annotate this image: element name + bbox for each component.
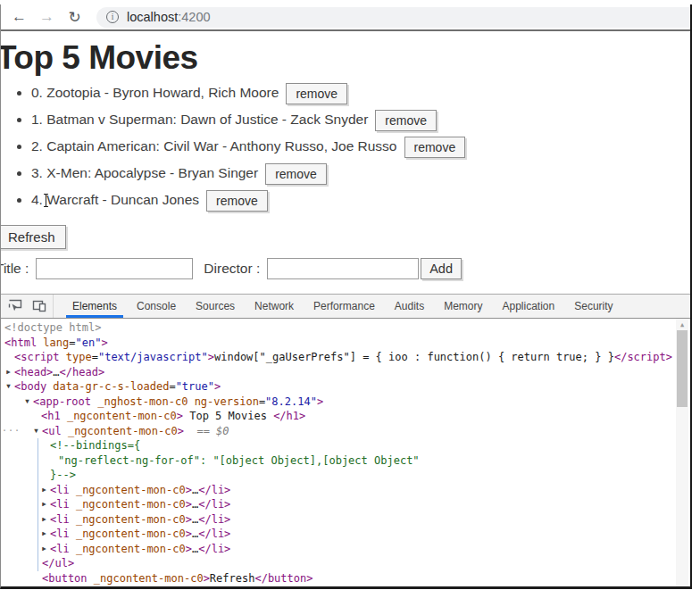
collapse-arrow-icon[interactable]: ▼: [4, 379, 13, 395]
movie-list: 0. Zootopia - Byron Howard, Rich Moorere…: [1, 80, 690, 214]
expand-arrow-icon[interactable]: ▶: [39, 497, 49, 512]
devtools-tree-row[interactable]: <script type="text/javascript">window["_…: [1, 350, 690, 365]
tab-performance[interactable]: Performance: [307, 295, 381, 318]
expand-arrow-icon[interactable]: ▶: [4, 365, 13, 380]
devtools-tree-row[interactable]: ▶<li _ngcontent-mon-c0>…</li>: [1, 497, 690, 512]
page-viewport: Top 5 Movies 0. Zootopia - Byron Howard,…: [1, 31, 690, 294]
tab-application[interactable]: Application: [496, 295, 562, 318]
devtools-tree-row[interactable]: ▶<li _ngcontent-mon-c0>…</li>: [1, 527, 690, 542]
devtools-tree-row[interactable]: "ng-reflect-ng-for-of": "[object Object]…: [1, 453, 690, 469]
remove-button[interactable]: remove: [375, 110, 437, 131]
devtools-panel: ElementsConsoleSourcesNetworkPerformance…: [1, 294, 690, 586]
refresh-button[interactable]: Refresh: [1, 225, 66, 249]
list-item: 0. Zootopia - Byron Howard, Rich Moorere…: [31, 80, 690, 107]
tab-memory[interactable]: Memory: [438, 295, 488, 318]
devtools-tree-row[interactable]: ▶<head>…</head>: [1, 365, 690, 380]
collapse-arrow-icon[interactable]: ▼: [22, 395, 32, 410]
director-field[interactable]: [267, 258, 419, 279]
device-toolbar-button[interactable]: [32, 299, 46, 313]
devtools-tree-row[interactable]: <!--bindings={: [1, 438, 690, 453]
devtools-tree-row[interactable]: ▼···<ul _ngcontent-mon-c0> == $0: [1, 424, 690, 439]
remove-button[interactable]: remove: [286, 83, 347, 104]
devtools-tree-row[interactable]: }-->: [1, 468, 690, 483]
devtools-tree-row[interactable]: </ul>: [1, 556, 690, 571]
remove-button[interactable]: remove: [206, 190, 268, 212]
browser-window: ← → ↻ i localhost:4200 Top 5 Movies 0. Z…: [0, 4, 692, 589]
devtools-toolbar-icons: [1, 295, 54, 318]
tab-sources[interactable]: Sources: [189, 295, 241, 318]
expand-arrow-icon[interactable]: ▶: [39, 483, 49, 498]
url-text: localhost:4200: [127, 10, 211, 24]
remove-button[interactable]: remove: [404, 137, 466, 158]
devtools-tree-row[interactable]: ▼<body data-gr-c-s-loaded="true">: [1, 379, 690, 395]
movie-label: 0. Zootopia - Byron Howard, Rich Moore: [31, 85, 279, 100]
elements-tree: <!doctype html><html lang="en"><script t…: [1, 319, 690, 586]
add-button[interactable]: Add: [421, 258, 462, 279]
devtools-tree-row[interactable]: <html lang="en">: [1, 336, 690, 351]
scroll-up-arrow-icon[interactable]: ▲: [676, 319, 688, 330]
reload-button[interactable]: ↻: [62, 5, 87, 29]
devtools-tree-row[interactable]: ▶<li _ngcontent-mon-c0>…</li>: [1, 512, 690, 528]
list-item: 1. Batman v Superman: Dawn of Justice - …: [31, 107, 690, 134]
tab-audits[interactable]: Audits: [388, 295, 430, 318]
movie-label: 4. Warcraft - Duncan Jones: [31, 192, 199, 207]
collapse-arrow-icon[interactable]: ▼: [31, 424, 41, 439]
row-menu-dots-icon[interactable]: ···: [2, 424, 21, 439]
address-bar[interactable]: i localhost:4200: [96, 7, 690, 28]
site-info-icon[interactable]: i: [106, 11, 119, 23]
devtools-tree-row[interactable]: ▶<li _ngcontent-mon-c0>…</li>: [1, 542, 690, 557]
devtools-tab-bar: ElementsConsoleSourcesNetworkPerformance…: [1, 295, 690, 319]
movie-label: 3. X-Men: Apocalypse - Bryan Singer: [31, 165, 258, 180]
devtools-tree-row[interactable]: <!doctype html>: [1, 320, 690, 336]
title-field[interactable]: [36, 258, 193, 279]
expand-arrow-icon[interactable]: ▶: [39, 542, 49, 557]
tab-elements[interactable]: Elements: [66, 295, 123, 318]
devtools-scrollbar[interactable]: ▲: [676, 319, 688, 586]
inspect-element-button[interactable]: [8, 299, 22, 313]
back-button[interactable]: ←: [7, 5, 31, 29]
tab-security[interactable]: Security: [568, 295, 619, 318]
page-title: Top 5 Movies: [1, 38, 690, 78]
browser-toolbar: ← → ↻ i localhost:4200: [1, 4, 690, 31]
movie-label: 2. Captain American: Civil War - Anthony…: [31, 138, 397, 154]
expand-arrow-icon[interactable]: ▶: [39, 527, 49, 542]
title-label: Title :: [1, 261, 29, 277]
forward-button[interactable]: →: [35, 5, 59, 29]
remove-button[interactable]: remove: [265, 163, 327, 185]
list-item: 3. X-Men: Apocalypse - Bryan Singerremov…: [31, 161, 690, 187]
scrollbar-thumb[interactable]: [677, 330, 688, 407]
movie-label: 1. Batman v Superman: Dawn of Justice - …: [31, 112, 368, 127]
devtools-tree-row[interactable]: ▼<app-root _nghost-mon-c0 ng-version="8.…: [1, 395, 690, 410]
text-cursor-icon: [42, 194, 50, 207]
devtools-tabs: ElementsConsoleSourcesNetworkPerformance…: [62, 295, 623, 318]
devtools-tree-row[interactable]: <h1 _ngcontent-mon-c0> Top 5 Movies </h1…: [1, 409, 690, 424]
list-item: 4. Warcraft - Duncan Jonesremove: [31, 187, 690, 214]
devtools-tree-row[interactable]: ▶<li _ngcontent-mon-c0>…</li>: [1, 483, 690, 498]
director-label: Director :: [204, 261, 260, 277]
devtools-tree-row[interactable]: <button _ngcontent-mon-c0>Refresh</butto…: [1, 571, 690, 586]
list-item: 2. Captain American: Civil War - Anthony…: [31, 134, 690, 161]
tab-network[interactable]: Network: [248, 295, 300, 318]
expand-arrow-icon[interactable]: ▶: [39, 512, 49, 528]
tab-console[interactable]: Console: [130, 295, 182, 318]
add-movie-form: Title : Director : Add: [1, 258, 690, 279]
